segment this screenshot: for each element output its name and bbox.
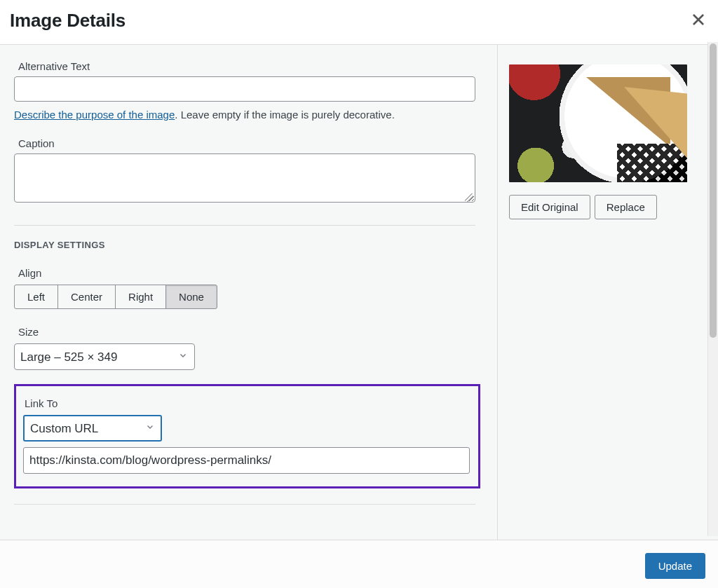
align-center-button[interactable]: Center — [57, 285, 116, 309]
image-thumbnail — [509, 64, 687, 182]
align-right-button[interactable]: Right — [115, 285, 166, 309]
modal-footer: Update — [0, 540, 718, 588]
close-icon — [692, 13, 705, 29]
close-button[interactable] — [689, 11, 708, 31]
link-to-label: Link To — [25, 397, 470, 409]
alt-text-label: Alternative Text — [18, 60, 475, 72]
align-left-button[interactable]: Left — [14, 285, 58, 309]
alt-text-input[interactable] — [14, 76, 475, 102]
alt-helper-link[interactable]: Describe the purpose of the image — [14, 109, 175, 121]
replace-button[interactable]: Replace — [595, 195, 657, 219]
scrollbar[interactable] — [707, 42, 718, 536]
display-settings-heading: DISPLAY SETTINGS — [14, 240, 480, 250]
preview-pane: Edit Original Replace — [498, 45, 718, 540]
divider — [14, 225, 475, 226]
align-none-button[interactable]: None — [165, 285, 217, 309]
alt-helper-rest: . Leave empty if the image is purely dec… — [175, 109, 395, 121]
update-button[interactable]: Update — [645, 553, 705, 579]
divider — [14, 504, 475, 505]
caption-input[interactable] — [14, 153, 475, 203]
edit-original-button[interactable]: Edit Original — [509, 195, 590, 219]
caption-label: Caption — [18, 137, 475, 149]
scrollbar-thumb[interactable] — [710, 43, 717, 338]
align-button-group: Left Center Right None — [14, 285, 217, 309]
alt-helper-text: Describe the purpose of the image. Leave… — [14, 109, 475, 121]
size-select[interactable]: Large – 525 × 349 — [14, 343, 195, 370]
modal-header: Image Details — [0, 0, 718, 45]
size-label: Size — [18, 326, 480, 338]
link-to-section: Link To Custom URL — [14, 384, 480, 488]
settings-pane: Alternative Text Describe the purpose of… — [0, 45, 498, 540]
modal-title: Image Details — [10, 10, 126, 32]
link-url-input[interactable] — [23, 447, 470, 474]
link-to-select[interactable]: Custom URL — [23, 415, 162, 442]
align-label: Align — [18, 267, 480, 279]
modal-body: Alternative Text Describe the purpose of… — [0, 45, 718, 540]
